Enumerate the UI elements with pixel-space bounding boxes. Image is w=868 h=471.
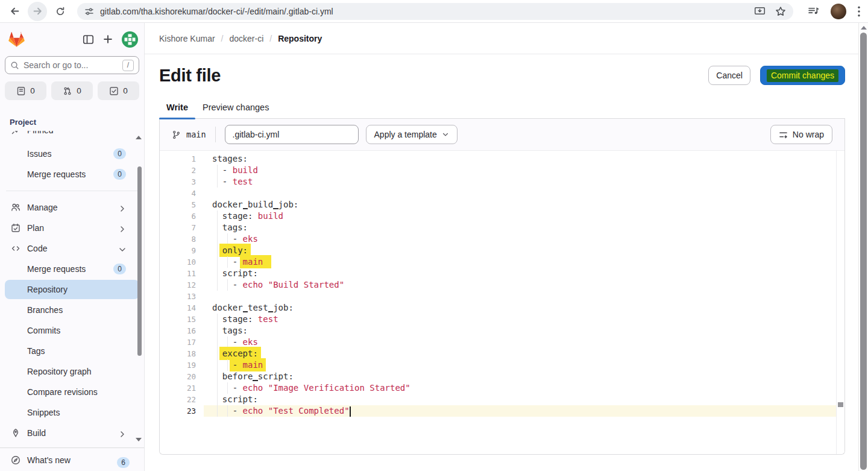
code-text: - main (204, 359, 836, 371)
breadcrumb-group[interactable]: Kishore Kumar (159, 34, 215, 43)
sidebar-nav: PinnedIssues0Merge requests0ManagePlanCo… (0, 131, 144, 447)
code-line[interactable]: 11 script: (160, 268, 836, 279)
sidebar-item-label: Issues (27, 149, 51, 159)
url-bar[interactable]: gitlab.com/tha.kishorekumar/docker-ci/-/… (77, 3, 793, 20)
line-number: 16 (160, 325, 204, 337)
install-app-icon[interactable] (754, 6, 766, 16)
sidebar-item-compare-revisions[interactable]: Compare revisions (5, 382, 139, 402)
code-line[interactable]: 6 stage: build (160, 210, 836, 222)
issues-counter[interactable]: 0 (5, 81, 46, 100)
cancel-button[interactable]: Cancel (708, 66, 750, 85)
sidebar-item-manage[interactable]: Manage (5, 198, 139, 217)
sidebar-scroll-down-arrow[interactable] (136, 438, 142, 441)
code-line[interactable]: 15 stage: test (160, 314, 836, 325)
sidebar-item-repository-graph[interactable]: Repository graph (5, 362, 139, 381)
code-line[interactable]: 14dockertestjob: (160, 302, 836, 314)
page-scrollbar[interactable] (858, 23, 868, 471)
sidebar-item-tags[interactable]: Tags (5, 341, 139, 361)
code-line[interactable]: 5dockerbuildjob: (160, 199, 836, 210)
sidebar-item-repository[interactable]: Repository (5, 280, 139, 299)
sidebar-item-snippets[interactable]: Snippets (5, 403, 139, 422)
search-input[interactable]: Search or go to... / (5, 56, 139, 74)
editor-scrollbar-thumb[interactable] (838, 402, 843, 407)
sidebar-toggle-icon[interactable] (83, 34, 94, 45)
tab-preview-changes[interactable]: Preview changes (195, 96, 276, 118)
sidebar-item-merge-requests[interactable]: Merge requests0 (5, 259, 139, 279)
code-line[interactable]: 20 beforescript: (160, 371, 836, 382)
code-line[interactable]: 13 (160, 291, 836, 302)
code-line[interactable]: 12 - echo "Build Started" (160, 279, 836, 291)
code-line[interactable]: 2 - build (160, 165, 836, 176)
sidebar-item-what-s-new[interactable]: What's new6 (5, 450, 139, 470)
sidebar-item-commits[interactable]: Commits (5, 321, 139, 340)
page-scrollbar-thumb[interactable] (860, 33, 867, 470)
code-line[interactable]: 19 - main (160, 359, 836, 371)
sidebar-item-label: Compare revisions (27, 387, 98, 397)
code-line[interactable]: 17 - eks (160, 337, 836, 348)
editor-scrollbar-track[interactable] (836, 151, 844, 454)
site-info-icon[interactable] (84, 7, 94, 16)
rocket-icon (11, 428, 20, 438)
code-text: - echo "Image Verification Started" (204, 382, 836, 394)
code-line[interactable]: 8 - eks (160, 233, 836, 245)
code-line[interactable]: 22 script: (160, 394, 836, 405)
code-line[interactable]: 23 - echo "Test Completed" (160, 405, 836, 417)
browser-menu-icon[interactable] (858, 6, 860, 17)
tab-write[interactable]: Write (159, 96, 195, 118)
sidebar-scrollbar[interactable] (137, 166, 142, 356)
project-avatar[interactable] (122, 31, 138, 48)
line-number: 1 (160, 153, 204, 165)
filename-input[interactable] (225, 125, 359, 144)
sidebar-item-code[interactable]: Code (5, 239, 139, 258)
url-text: gitlab.com/tha.kishorekumar/docker-ci/-/… (100, 7, 333, 16)
code-text: - echo "Test Completed" (204, 405, 836, 417)
calendar-icon (11, 223, 20, 233)
code-line[interactable]: 16 tags: (160, 325, 836, 337)
breadcrumb: Kishore Kumar / docker-ci / Repository (159, 34, 322, 43)
no-wrap-button[interactable]: No wrap (770, 125, 832, 144)
line-number: 7 (160, 222, 204, 233)
bookmark-star-icon[interactable] (775, 6, 786, 17)
gitlab-logo[interactable] (8, 31, 25, 48)
sidebar-item-plan[interactable]: Plan (5, 218, 139, 238)
todos-counter[interactable]: 0 (98, 81, 139, 100)
merge-request-icon (63, 86, 72, 96)
line-number: 11 (160, 268, 204, 279)
sidebar-item-build[interactable]: Build (5, 423, 139, 443)
issues-icon (16, 86, 26, 96)
browser-back-button[interactable] (5, 2, 24, 21)
browser-profile-avatar[interactable] (831, 4, 846, 19)
code-line[interactable]: 3 - test (160, 176, 836, 188)
browser-chrome: gitlab.com/tha.kishorekumar/docker-ci/-/… (0, 0, 868, 23)
code-line[interactable]: 7 tags: (160, 222, 836, 233)
sidebar-scroll-up-arrow[interactable] (136, 136, 142, 139)
browser-reload-button[interactable] (51, 2, 70, 21)
code-text: tags: (204, 325, 836, 337)
code-line[interactable]: 1stages: (160, 153, 836, 165)
create-new-icon[interactable] (102, 34, 113, 45)
code-line[interactable]: 4 (160, 188, 836, 199)
commit-changes-button[interactable]: Commit changes (760, 66, 845, 85)
sidebar-section-label: Project (10, 118, 36, 127)
sidebar-item-pinned[interactable]: Pinned (5, 131, 139, 140)
code-text: stages: (204, 153, 836, 165)
code-text: - echo "Build Started" (204, 279, 836, 291)
count-badge: 0 (113, 169, 126, 180)
sidebar-item-issues[interactable]: Issues0 (5, 144, 139, 163)
code-editor[interactable]: 1stages:2 - build3 - test45dockerbuildjo… (160, 151, 844, 454)
counter-value: 0 (30, 86, 35, 95)
breadcrumb-project[interactable]: docker-ci (229, 34, 263, 43)
breadcrumb-separator: / (269, 34, 272, 43)
media-controls-icon[interactable] (808, 6, 819, 16)
code-line[interactable]: 21 - echo "Image Verification Started" (160, 382, 836, 394)
line-number: 3 (160, 176, 204, 188)
browser-forward-button[interactable] (28, 2, 47, 21)
code-line[interactable]: 10 - main (160, 256, 836, 268)
sidebar-item-merge-requests[interactable]: Merge requests0 (5, 165, 139, 184)
sidebar-item-branches[interactable]: Branches (5, 300, 139, 320)
search-icon (10, 61, 19, 70)
apply-template-dropdown[interactable]: Apply a template (366, 125, 458, 144)
merge-requests-counter[interactable]: 0 (51, 81, 93, 100)
branch-name: main (186, 130, 206, 139)
page-scroll-up-arrow[interactable] (861, 26, 867, 30)
